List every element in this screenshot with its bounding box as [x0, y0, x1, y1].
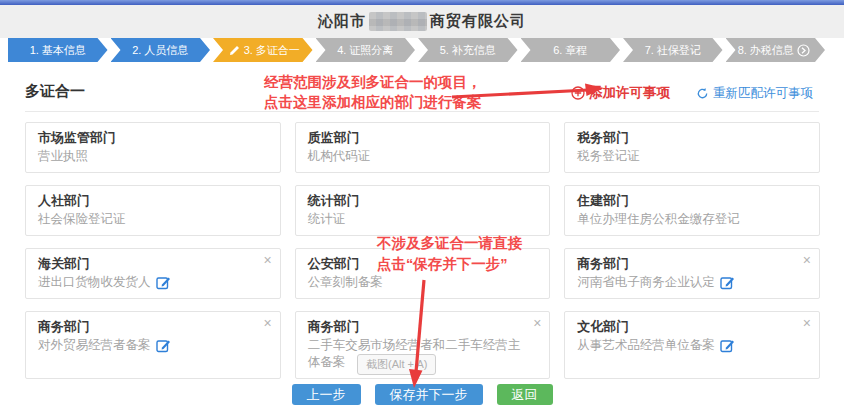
- wizard-step[interactable]: 6. 章程: [521, 38, 621, 62]
- close-icon[interactable]: ×: [263, 253, 271, 267]
- card-license-name: 河南省电子商务企业认定: [577, 274, 715, 291]
- license-card: 住建部门 单位办理住房公积金缴存登记: [564, 185, 820, 236]
- card-department: 人社部门: [38, 192, 258, 209]
- add-license-link[interactable]: 添加许可事项: [571, 84, 670, 102]
- company-title-prefix: 沁阳市: [318, 12, 366, 31]
- close-icon[interactable]: ×: [803, 316, 811, 330]
- card-license-name: 统计证: [308, 211, 346, 228]
- chevron-circle-icon: [797, 44, 810, 57]
- wizard-step-label: 6. 章程: [553, 43, 587, 58]
- refresh-icon: [696, 87, 709, 100]
- edit-icon[interactable]: [720, 275, 735, 290]
- rematch-license-label: 重新匹配许可事项: [713, 85, 813, 102]
- card-license-name: 对外贸易经营者备案: [38, 337, 151, 354]
- wizard-step-label: 1. 基本信息: [30, 43, 86, 58]
- card-license-name: 单位办理住房公积金缴存登记: [577, 211, 740, 228]
- card-department: 统计部门: [308, 192, 528, 209]
- card-license-name: 机构代码证: [308, 148, 371, 165]
- license-card: × 海关部门 进出口货物收发货人: [25, 248, 281, 299]
- annotation-top-line1: 经营范围涉及到多证合一的项目，: [264, 72, 482, 92]
- redacted-company-name: [369, 12, 427, 31]
- card-license-name: 营业执照: [38, 148, 88, 165]
- annotation-mid-note: 不涉及多证合一请直接 点击“保存并下一步”: [377, 233, 522, 275]
- card-department: 市场监管部门: [38, 129, 258, 146]
- wizard-step[interactable]: 5. 补充信息: [418, 38, 518, 62]
- screenshot-tooltip: 截图(Alt + A): [357, 354, 436, 375]
- card-license-name: 公章刻制备案: [308, 274, 383, 291]
- card-license-name: 税务登记证: [577, 148, 640, 165]
- wizard-step-label: 5. 补充信息: [440, 43, 496, 58]
- card-license-name: 社会保险登记证: [38, 211, 126, 228]
- license-card: 质监部门 机构代码证: [295, 122, 551, 173]
- card-license-name: 进出口货物收发货人: [38, 274, 151, 291]
- card-department: 海关部门: [38, 255, 258, 272]
- wizard-step[interactable]: 8. 办税信息: [726, 38, 826, 62]
- card-department: 商务部门: [38, 318, 258, 335]
- card-department: 税务部门: [577, 129, 797, 146]
- license-card: 市场监管部门 营业执照: [25, 122, 281, 173]
- wizard-step-label: 4. 证照分离: [337, 43, 393, 58]
- license-card: 人社部门 社会保险登记证: [25, 185, 281, 236]
- close-icon[interactable]: ×: [263, 316, 271, 330]
- edit-icon[interactable]: [156, 275, 171, 290]
- page-header: 沁阳市商贸有限公司: [0, 5, 844, 38]
- back-button[interactable]: 返回: [497, 384, 553, 405]
- license-card: × 商务部门 对外贸易经营者备案: [25, 311, 281, 379]
- rematch-license-link[interactable]: 重新匹配许可事项: [696, 85, 813, 102]
- company-title-suffix: 商贸有限公司: [430, 12, 526, 31]
- card-department: 商务部门: [308, 318, 528, 335]
- card-department: 文化部门: [577, 318, 797, 335]
- pencil-icon: [229, 44, 241, 56]
- wizard-step[interactable]: 1. 基本信息: [8, 38, 108, 62]
- card-department: 质监部门: [308, 129, 528, 146]
- bottom-button-row: 上一步 保存并下一步 返回: [0, 384, 844, 405]
- annotation-top-note: 经营范围涉及到多证合一的项目， 点击这里添加相应的部门进行备案: [264, 72, 482, 112]
- license-card: 统计部门 统计证: [295, 185, 551, 236]
- wizard-step[interactable]: 3. 多证合一: [213, 38, 313, 62]
- wizard-step[interactable]: 4. 证照分离: [316, 38, 416, 62]
- wizard-step-label: 8. 办税信息: [738, 43, 794, 58]
- wizard-step-label: 2. 人员信息: [132, 43, 188, 58]
- card-department: 商务部门: [577, 255, 797, 272]
- wizard-step[interactable]: 2. 人员信息: [111, 38, 211, 62]
- card-license-name: 从事艺术品经营单位备案: [577, 337, 715, 354]
- license-card: × 商务部门 河南省电子商务企业认定: [564, 248, 820, 299]
- annotation-top-line2: 点击这里添加相应的部门进行备案: [264, 92, 482, 112]
- annotation-mid-line1: 不涉及多证合一请直接: [377, 233, 522, 254]
- license-card: × 文化部门 从事艺术品经营单位备案: [564, 311, 820, 379]
- card-department: 住建部门: [577, 192, 797, 209]
- prev-step-button[interactable]: 上一步: [292, 384, 361, 405]
- wizard-step-label: 7. 社保登记: [645, 43, 701, 58]
- close-icon[interactable]: ×: [803, 253, 811, 267]
- license-card: 税务部门 税务登记证: [564, 122, 820, 173]
- step-bar: 1. 基本信息 2. 人员信息 3. 多证合一 4. 证照分离: [8, 38, 828, 62]
- close-icon[interactable]: ×: [533, 316, 541, 330]
- wizard-step-label: 3. 多证合一: [244, 43, 300, 58]
- edit-icon[interactable]: [156, 338, 171, 353]
- plus-circle-icon: [571, 86, 585, 100]
- save-next-button[interactable]: 保存并下一步: [375, 384, 483, 405]
- edit-icon[interactable]: [720, 338, 735, 353]
- annotation-mid-line2: 点击“保存并下一步”: [377, 254, 522, 275]
- page-title: 多证合一: [25, 78, 85, 101]
- add-license-label: 添加许可事项: [589, 84, 670, 102]
- wizard-step[interactable]: 7. 社保登记: [623, 38, 723, 62]
